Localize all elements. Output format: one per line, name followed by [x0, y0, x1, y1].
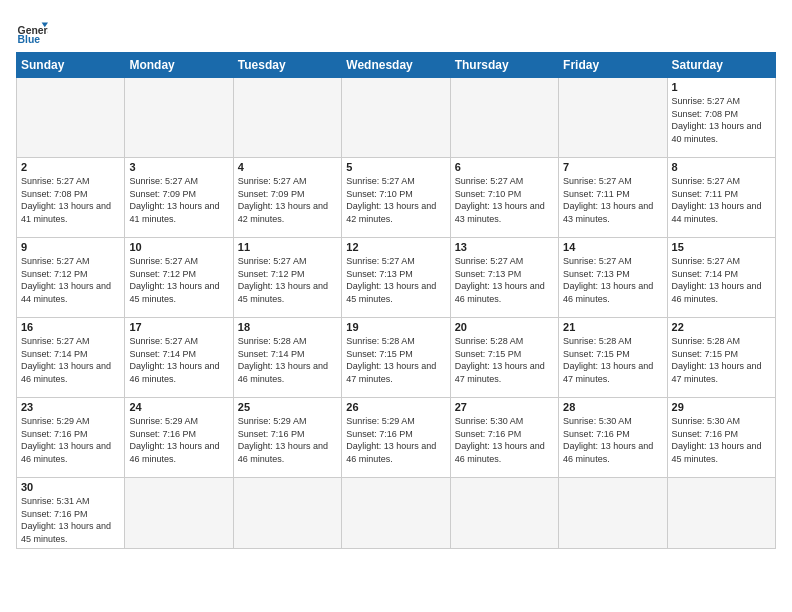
day-info: Sunrise: 5:27 AMSunset: 7:10 PMDaylight:…	[346, 175, 445, 225]
svg-text:Blue: Blue	[18, 34, 41, 45]
calendar-week-row: 23Sunrise: 5:29 AMSunset: 7:16 PMDayligh…	[17, 398, 776, 478]
day-info: Sunrise: 5:29 AMSunset: 7:16 PMDaylight:…	[346, 415, 445, 465]
day-info: Sunrise: 5:30 AMSunset: 7:16 PMDaylight:…	[455, 415, 554, 465]
day-info: Sunrise: 5:27 AMSunset: 7:11 PMDaylight:…	[672, 175, 771, 225]
day-info: Sunrise: 5:27 AMSunset: 7:13 PMDaylight:…	[455, 255, 554, 305]
calendar-cell	[125, 478, 233, 549]
calendar-cell	[450, 478, 558, 549]
calendar-cell: 12Sunrise: 5:27 AMSunset: 7:13 PMDayligh…	[342, 238, 450, 318]
calendar-cell: 10Sunrise: 5:27 AMSunset: 7:12 PMDayligh…	[125, 238, 233, 318]
day-info: Sunrise: 5:27 AMSunset: 7:12 PMDaylight:…	[21, 255, 120, 305]
calendar-cell: 26Sunrise: 5:29 AMSunset: 7:16 PMDayligh…	[342, 398, 450, 478]
day-info: Sunrise: 5:29 AMSunset: 7:16 PMDaylight:…	[238, 415, 337, 465]
day-number: 23	[21, 401, 120, 413]
calendar-cell: 14Sunrise: 5:27 AMSunset: 7:13 PMDayligh…	[559, 238, 667, 318]
day-number: 25	[238, 401, 337, 413]
day-number: 26	[346, 401, 445, 413]
day-info: Sunrise: 5:28 AMSunset: 7:15 PMDaylight:…	[346, 335, 445, 385]
day-number: 11	[238, 241, 337, 253]
calendar-cell: 3Sunrise: 5:27 AMSunset: 7:09 PMDaylight…	[125, 158, 233, 238]
weekday-header-saturday: Saturday	[667, 53, 775, 78]
calendar-cell: 22Sunrise: 5:28 AMSunset: 7:15 PMDayligh…	[667, 318, 775, 398]
day-number: 20	[455, 321, 554, 333]
calendar-cell: 13Sunrise: 5:27 AMSunset: 7:13 PMDayligh…	[450, 238, 558, 318]
day-info: Sunrise: 5:27 AMSunset: 7:08 PMDaylight:…	[672, 95, 771, 145]
day-number: 10	[129, 241, 228, 253]
calendar-cell	[233, 78, 341, 158]
day-number: 4	[238, 161, 337, 173]
calendar-cell: 5Sunrise: 5:27 AMSunset: 7:10 PMDaylight…	[342, 158, 450, 238]
calendar-cell: 29Sunrise: 5:30 AMSunset: 7:16 PMDayligh…	[667, 398, 775, 478]
calendar-cell	[125, 78, 233, 158]
calendar-table: SundayMondayTuesdayWednesdayThursdayFrid…	[16, 52, 776, 549]
calendar-cell: 30Sunrise: 5:31 AMSunset: 7:16 PMDayligh…	[17, 478, 125, 549]
day-info: Sunrise: 5:27 AMSunset: 7:08 PMDaylight:…	[21, 175, 120, 225]
calendar-week-row: 1Sunrise: 5:27 AMSunset: 7:08 PMDaylight…	[17, 78, 776, 158]
calendar-cell	[342, 478, 450, 549]
calendar-cell	[450, 78, 558, 158]
logo-icon: General Blue	[16, 16, 48, 48]
weekday-header-tuesday: Tuesday	[233, 53, 341, 78]
weekday-header-thursday: Thursday	[450, 53, 558, 78]
calendar-cell: 16Sunrise: 5:27 AMSunset: 7:14 PMDayligh…	[17, 318, 125, 398]
day-number: 19	[346, 321, 445, 333]
calendar-cell: 6Sunrise: 5:27 AMSunset: 7:10 PMDaylight…	[450, 158, 558, 238]
day-info: Sunrise: 5:28 AMSunset: 7:14 PMDaylight:…	[238, 335, 337, 385]
calendar-cell: 21Sunrise: 5:28 AMSunset: 7:15 PMDayligh…	[559, 318, 667, 398]
calendar-cell: 18Sunrise: 5:28 AMSunset: 7:14 PMDayligh…	[233, 318, 341, 398]
calendar-cell: 9Sunrise: 5:27 AMSunset: 7:12 PMDaylight…	[17, 238, 125, 318]
calendar-cell: 4Sunrise: 5:27 AMSunset: 7:09 PMDaylight…	[233, 158, 341, 238]
day-number: 8	[672, 161, 771, 173]
day-info: Sunrise: 5:27 AMSunset: 7:14 PMDaylight:…	[129, 335, 228, 385]
calendar-week-row: 2Sunrise: 5:27 AMSunset: 7:08 PMDaylight…	[17, 158, 776, 238]
calendar-cell	[559, 78, 667, 158]
day-number: 17	[129, 321, 228, 333]
calendar-cell	[17, 78, 125, 158]
calendar-cell: 8Sunrise: 5:27 AMSunset: 7:11 PMDaylight…	[667, 158, 775, 238]
weekday-header-monday: Monday	[125, 53, 233, 78]
calendar-cell: 15Sunrise: 5:27 AMSunset: 7:14 PMDayligh…	[667, 238, 775, 318]
calendar-week-row: 30Sunrise: 5:31 AMSunset: 7:16 PMDayligh…	[17, 478, 776, 549]
day-info: Sunrise: 5:27 AMSunset: 7:11 PMDaylight:…	[563, 175, 662, 225]
day-info: Sunrise: 5:27 AMSunset: 7:12 PMDaylight:…	[238, 255, 337, 305]
calendar-cell: 24Sunrise: 5:29 AMSunset: 7:16 PMDayligh…	[125, 398, 233, 478]
calendar-cell: 17Sunrise: 5:27 AMSunset: 7:14 PMDayligh…	[125, 318, 233, 398]
day-info: Sunrise: 5:29 AMSunset: 7:16 PMDaylight:…	[21, 415, 120, 465]
calendar-cell: 28Sunrise: 5:30 AMSunset: 7:16 PMDayligh…	[559, 398, 667, 478]
day-number: 30	[21, 481, 120, 493]
day-number: 6	[455, 161, 554, 173]
calendar-header: General Blue	[16, 16, 776, 48]
day-info: Sunrise: 5:30 AMSunset: 7:16 PMDaylight:…	[563, 415, 662, 465]
day-info: Sunrise: 5:27 AMSunset: 7:13 PMDaylight:…	[346, 255, 445, 305]
day-number: 16	[21, 321, 120, 333]
day-number: 21	[563, 321, 662, 333]
day-number: 18	[238, 321, 337, 333]
day-number: 28	[563, 401, 662, 413]
day-number: 9	[21, 241, 120, 253]
calendar-cell: 11Sunrise: 5:27 AMSunset: 7:12 PMDayligh…	[233, 238, 341, 318]
calendar-cell: 27Sunrise: 5:30 AMSunset: 7:16 PMDayligh…	[450, 398, 558, 478]
calendar-week-row: 16Sunrise: 5:27 AMSunset: 7:14 PMDayligh…	[17, 318, 776, 398]
calendar-cell: 2Sunrise: 5:27 AMSunset: 7:08 PMDaylight…	[17, 158, 125, 238]
calendar-cell: 23Sunrise: 5:29 AMSunset: 7:16 PMDayligh…	[17, 398, 125, 478]
weekday-header-row: SundayMondayTuesdayWednesdayThursdayFrid…	[17, 53, 776, 78]
day-info: Sunrise: 5:30 AMSunset: 7:16 PMDaylight:…	[672, 415, 771, 465]
day-info: Sunrise: 5:27 AMSunset: 7:10 PMDaylight:…	[455, 175, 554, 225]
day-info: Sunrise: 5:27 AMSunset: 7:12 PMDaylight:…	[129, 255, 228, 305]
day-info: Sunrise: 5:27 AMSunset: 7:13 PMDaylight:…	[563, 255, 662, 305]
day-number: 27	[455, 401, 554, 413]
calendar-cell: 19Sunrise: 5:28 AMSunset: 7:15 PMDayligh…	[342, 318, 450, 398]
calendar-cell	[233, 478, 341, 549]
day-info: Sunrise: 5:27 AMSunset: 7:09 PMDaylight:…	[129, 175, 228, 225]
day-info: Sunrise: 5:27 AMSunset: 7:14 PMDaylight:…	[672, 255, 771, 305]
day-number: 22	[672, 321, 771, 333]
weekday-header-friday: Friday	[559, 53, 667, 78]
day-number: 2	[21, 161, 120, 173]
calendar-week-row: 9Sunrise: 5:27 AMSunset: 7:12 PMDaylight…	[17, 238, 776, 318]
calendar-cell: 7Sunrise: 5:27 AMSunset: 7:11 PMDaylight…	[559, 158, 667, 238]
day-number: 15	[672, 241, 771, 253]
calendar-cell: 25Sunrise: 5:29 AMSunset: 7:16 PMDayligh…	[233, 398, 341, 478]
day-info: Sunrise: 5:27 AMSunset: 7:14 PMDaylight:…	[21, 335, 120, 385]
calendar-cell: 20Sunrise: 5:28 AMSunset: 7:15 PMDayligh…	[450, 318, 558, 398]
day-number: 12	[346, 241, 445, 253]
